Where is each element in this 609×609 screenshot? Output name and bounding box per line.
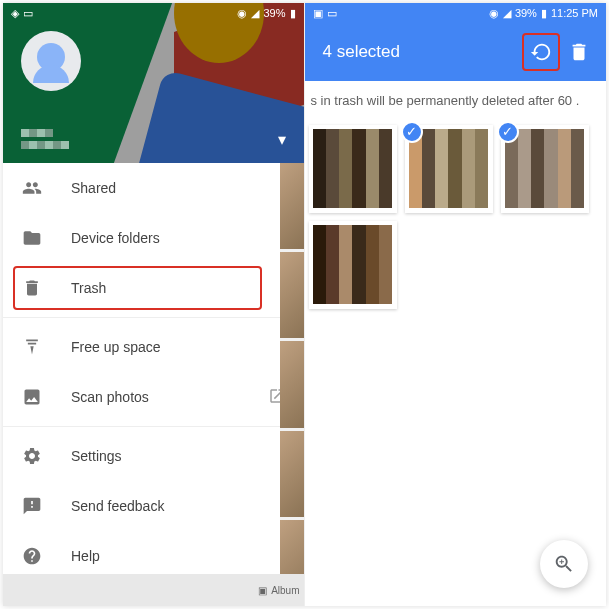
wifi-icon: ◉	[237, 7, 247, 20]
broom-icon	[21, 336, 43, 358]
photo-grid: ✓ ✓	[305, 121, 607, 313]
signal-icon: ◢	[503, 7, 511, 20]
drawer-menu: Shared Device folders Trash Free up spac…	[3, 163, 304, 581]
menu-label: Shared	[71, 180, 116, 196]
battery-percent: 39%	[515, 7, 537, 19]
album-tab-label[interactable]: Album	[271, 585, 299, 596]
check-icon: ✓	[401, 121, 423, 143]
trash-icon	[21, 277, 43, 299]
menu-item-free-up-space[interactable]: Free up space	[3, 322, 304, 372]
avatar[interactable]	[21, 31, 81, 91]
highlight-annotation	[522, 33, 560, 71]
drawer-header: ◈ ▭ ◉ ◢ 39% ▮ ▾	[3, 3, 304, 163]
feedback-icon	[21, 495, 43, 517]
appbar: ▣ ▭ ◉ ◢ 39% ▮ 11:25 PM 4 selected	[305, 3, 607, 81]
photo-thumb[interactable]: ✓	[405, 125, 493, 213]
menu-item-scan-photos[interactable]: Scan photos	[3, 372, 304, 422]
photo-thumb[interactable]: ✓	[501, 125, 589, 213]
magnify-plus-icon	[553, 553, 575, 575]
bottom-nav: ▣ Album	[3, 574, 304, 606]
folder-icon	[21, 227, 43, 249]
menu-label: Scan photos	[71, 389, 149, 405]
check-icon: ✓	[497, 121, 519, 143]
clock: 11:25 PM	[551, 7, 598, 19]
trash-selection-pane: ▣ ▭ ◉ ◢ 39% ▮ 11:25 PM 4 selected s	[305, 3, 607, 606]
battery-icon: ▮	[290, 7, 296, 20]
menu-item-device-folders[interactable]: Device folders	[3, 213, 304, 263]
divider	[3, 317, 304, 318]
menu-label: Settings	[71, 448, 122, 464]
menu-label: Device folders	[71, 230, 160, 246]
selection-count: 4 selected	[323, 42, 527, 62]
background-gallery-strip	[280, 163, 304, 606]
menu-label: Send feedback	[71, 498, 164, 514]
account-name-redacted	[21, 129, 69, 149]
account-switcher[interactable]: ▾	[21, 129, 286, 149]
trash-banner: s in trash will be permanently deleted a…	[305, 81, 607, 121]
wifi-icon: ◉	[489, 7, 499, 20]
signal-icon: ◢	[251, 7, 259, 20]
restore-button[interactable]	[526, 37, 556, 67]
battery-icon: ▮	[541, 7, 547, 20]
menu-item-settings[interactable]: Settings	[3, 431, 304, 481]
album-tab-icon[interactable]: ▣	[258, 585, 267, 596]
divider	[3, 426, 304, 427]
scan-icon	[21, 386, 43, 408]
group-icon	[21, 177, 43, 199]
sim-icon: ▭	[23, 7, 33, 20]
status-bar-right: ▣ ▭ ◉ ◢ 39% ▮ 11:25 PM	[305, 3, 607, 23]
photo-thumb[interactable]	[309, 125, 397, 213]
menu-label: Free up space	[71, 339, 161, 355]
status-bar-left: ◈ ▭ ◉ ◢ 39% ▮	[3, 3, 304, 23]
menu-label: Help	[71, 548, 100, 564]
help-icon	[21, 545, 43, 567]
doc-icon: ▭	[327, 7, 337, 20]
trash-icon	[568, 41, 590, 63]
menu-item-send-feedback[interactable]: Send feedback	[3, 481, 304, 531]
drawer-pane: ◈ ▭ ◉ ◢ 39% ▮ ▾ Shared	[3, 3, 305, 606]
zoom-fab[interactable]	[540, 540, 588, 588]
menu-item-trash[interactable]: Trash	[3, 263, 304, 313]
delete-forever-button[interactable]	[564, 37, 594, 67]
chevron-down-icon[interactable]: ▾	[278, 130, 286, 149]
image-icon: ▣	[313, 7, 323, 20]
gear-icon	[21, 445, 43, 467]
menu-label: Trash	[71, 280, 106, 296]
photo-thumb[interactable]	[309, 221, 397, 309]
wifi-icon: ◈	[11, 7, 19, 20]
menu-item-shared[interactable]: Shared	[3, 163, 304, 213]
battery-percent: 39%	[263, 7, 285, 19]
